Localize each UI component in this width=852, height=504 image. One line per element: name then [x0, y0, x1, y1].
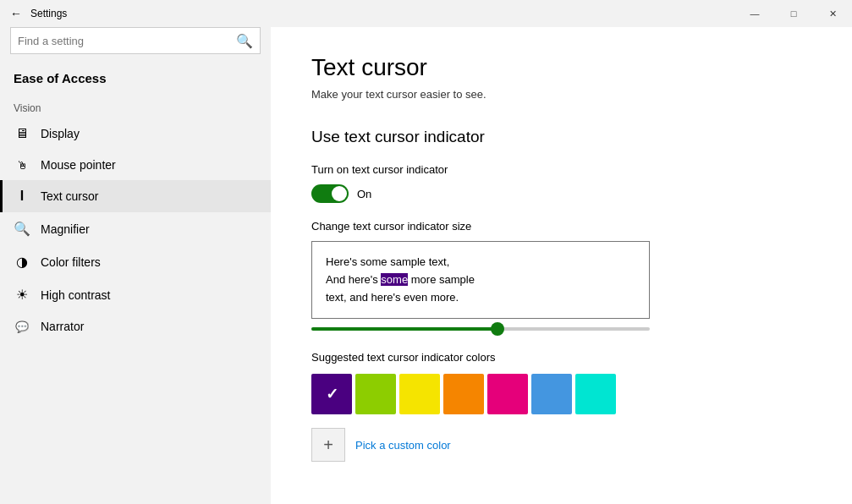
sidebar-item-narrator[interactable]: 💬 Narrator — [0, 311, 271, 342]
toggle-row: On — [311, 184, 811, 203]
slider-thumb[interactable] — [491, 322, 504, 336]
search-icon: 🔍 — [236, 33, 253, 49]
swatch-blue[interactable] — [531, 374, 572, 414]
preview-line-3: text, and here's even more. — [326, 289, 635, 307]
display-icon: 🖥 — [14, 126, 30, 141]
titlebar-left: ← Settings — [10, 7, 67, 20]
titlebar-title: Settings — [30, 8, 67, 19]
page-subtitle: Make your text cursor easier to see. — [311, 88, 811, 101]
search-box[interactable]: 🔍 — [10, 27, 261, 54]
page-title: Text cursor — [311, 54, 811, 81]
color-swatches — [311, 374, 811, 414]
preview-line-2: And here's some more sample — [326, 271, 635, 289]
sidebar-section-title: Ease of Access — [0, 68, 271, 96]
main-content: Text cursor Make your text cursor easier… — [271, 27, 852, 504]
close-button[interactable]: ✕ — [813, 0, 852, 27]
sidebar-item-display-label: Display — [41, 127, 80, 140]
sidebar-item-mouse-pointer[interactable]: 🖱 Mouse pointer — [0, 150, 271, 180]
cursor-highlight: some — [381, 273, 408, 286]
slider-track[interactable] — [311, 327, 650, 331]
titlebar: ← Settings — □ ✕ — [0, 0, 852, 27]
back-icon[interactable]: ← — [10, 7, 22, 20]
sidebar: 🔍 Ease of Access Vision 🖥 Display 🖱 Mous… — [0, 27, 271, 504]
swatch-cyan[interactable] — [575, 374, 616, 414]
toggle-state-label: On — [357, 188, 371, 200]
sidebar-item-mouse-pointer-label: Mouse pointer — [41, 158, 116, 172]
color-filters-icon: ◑ — [14, 254, 30, 270]
text-preview-box: Here's some sample text, And here's some… — [311, 241, 650, 319]
sidebar-item-magnifier[interactable]: 🔍 Magnifier — [0, 212, 271, 245]
magnifier-icon: 🔍 — [14, 221, 30, 237]
color-section-label: Suggested text cursor indicator colors — [311, 351, 811, 364]
maximize-button[interactable]: □ — [774, 0, 813, 27]
swatch-yellow-green[interactable] — [355, 374, 396, 414]
text-cursor-toggle[interactable] — [311, 184, 349, 203]
sidebar-item-color-filters-label: Color filters — [41, 255, 101, 269]
swatch-orange[interactable] — [443, 374, 484, 414]
sidebar-item-narrator-label: Narrator — [41, 320, 84, 333]
minimize-button[interactable]: — — [735, 0, 774, 27]
titlebar-controls: — □ ✕ — [735, 0, 852, 27]
vision-section-label: Vision — [0, 96, 271, 118]
search-input[interactable] — [18, 35, 231, 47]
narrator-icon: 💬 — [14, 320, 30, 333]
text-cursor-icon: I — [14, 189, 30, 204]
slider-fill — [311, 327, 497, 331]
custom-color-row[interactable]: + Pick a custom color — [311, 428, 811, 462]
mouse-pointer-icon: 🖱 — [14, 159, 30, 172]
slider-row[interactable] — [311, 327, 650, 331]
custom-color-label[interactable]: Pick a custom color — [355, 439, 451, 452]
sidebar-item-display[interactable]: 🖥 Display — [0, 118, 271, 150]
sidebar-item-high-contrast[interactable]: ☀ High contrast — [0, 278, 271, 311]
sidebar-item-text-cursor[interactable]: I Text cursor — [0, 180, 271, 212]
section-title: Use text cursor indicator — [311, 128, 811, 146]
swatch-yellow[interactable] — [399, 374, 440, 414]
sidebar-item-magnifier-label: Magnifier — [41, 222, 90, 236]
sidebar-item-text-cursor-label: Text cursor — [41, 189, 98, 203]
custom-color-button[interactable]: + — [311, 428, 345, 462]
swatch-purple[interactable] — [311, 374, 352, 414]
sidebar-item-color-filters[interactable]: ◑ Color filters — [0, 245, 271, 278]
high-contrast-icon: ☀ — [14, 287, 30, 303]
preview-label: Change text cursor indicator size — [311, 220, 811, 233]
plus-icon: + — [323, 436, 333, 455]
preview-line-1: Here's some sample text, — [326, 254, 635, 271]
app-layout: 🔍 Ease of Access Vision 🖥 Display 🖱 Mous… — [0, 27, 852, 504]
sidebar-item-high-contrast-label: High contrast — [41, 288, 110, 302]
toggle-knob — [332, 186, 347, 201]
toggle-label: Turn on text cursor indicator — [311, 163, 811, 176]
swatch-magenta[interactable] — [487, 374, 528, 414]
